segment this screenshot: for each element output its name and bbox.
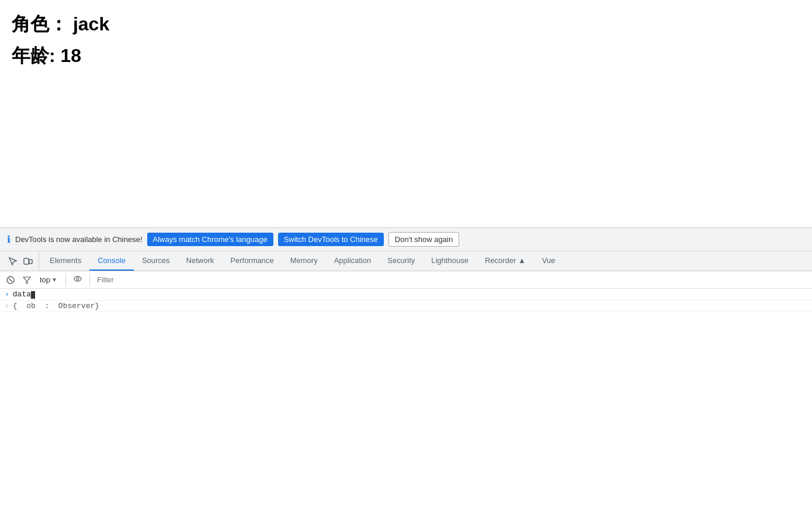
tab-vue-label: Vue [542, 256, 556, 265]
console-output: › data ‹ { ob : Observer} [0, 289, 812, 508]
device-toolbar-icon[interactable] [21, 255, 35, 267]
console-input-text: data [13, 290, 35, 299]
role-line: 角色： jack [12, 12, 800, 37]
tab-network-label: Network [186, 256, 214, 265]
toolbar-divider [65, 275, 66, 285]
devtools-tabs: Elements Console Sources Network Perform… [0, 251, 812, 271]
tab-console[interactable]: Console [89, 251, 134, 271]
filter-input[interactable] [95, 274, 808, 285]
dont-show-again-button[interactable]: Don't show again [388, 232, 459, 247]
tab-vue[interactable]: Vue [534, 251, 564, 271]
svg-rect-0 [24, 258, 29, 264]
tab-network[interactable]: Network [178, 251, 223, 271]
tab-application[interactable]: Application [326, 251, 380, 271]
filter-icon[interactable] [20, 274, 34, 286]
console-input-line: › data [0, 289, 812, 300]
top-frame-label: top [40, 275, 50, 284]
tab-performance-label: Performance [230, 256, 273, 265]
tab-console-label: Console [98, 256, 126, 265]
tab-performance[interactable]: Performance [222, 251, 282, 271]
banner-text: DevTools is now available in Chinese! [15, 235, 143, 244]
top-frame-selector[interactable]: top ▼ [36, 274, 61, 285]
console-toolbar: top ▼ [0, 271, 812, 289]
console-output-text: { ob : Observer} [13, 302, 99, 310]
info-icon: ℹ [7, 234, 11, 245]
age-line: 年龄: 18 [12, 43, 800, 69]
tab-sources[interactable]: Sources [134, 251, 178, 271]
tab-elements-label: Elements [50, 256, 81, 265]
switch-devtools-button[interactable]: Switch DevTools to Chinese [278, 233, 384, 246]
age-value: 18 [61, 45, 82, 66]
devtools-banner: ℹ DevTools is now available in Chinese! … [0, 228, 812, 251]
tab-security[interactable]: Security [379, 251, 423, 271]
page-content: 角色： jack 年龄: 18 [0, 0, 812, 228]
always-match-button[interactable]: Always match Chrome's language [147, 233, 273, 246]
console-prompt-arrow: › [5, 290, 9, 299]
console-output-arrow: ‹ [5, 302, 9, 310]
top-frame-arrow: ▼ [51, 277, 57, 283]
inspect-element-icon[interactable] [6, 255, 20, 267]
tab-application-label: Application [334, 256, 372, 265]
eye-icon[interactable] [71, 273, 85, 286]
tab-icon-group [2, 251, 39, 271]
tab-lighthouse[interactable]: Lighthouse [423, 251, 477, 271]
tab-memory-label: Memory [290, 256, 318, 265]
svg-line-3 [9, 278, 12, 282]
tab-recorder[interactable]: Recorder ▲ [477, 251, 534, 271]
role-value: jack [73, 13, 109, 34]
svg-marker-4 [23, 277, 30, 284]
svg-rect-1 [29, 260, 32, 264]
role-label: 角色： [12, 13, 68, 34]
devtools-panel: ℹ DevTools is now available in Chinese! … [0, 227, 812, 508]
svg-point-6 [77, 278, 79, 280]
tab-memory[interactable]: Memory [282, 251, 326, 271]
tab-security-label: Security [387, 256, 415, 265]
age-label: 年龄: [12, 45, 55, 66]
toolbar-divider-2 [89, 275, 90, 285]
tab-recorder-label: Recorder ▲ [485, 256, 526, 265]
clear-console-icon[interactable] [4, 274, 18, 286]
tab-lighthouse-label: Lighthouse [431, 256, 469, 265]
console-output-line: ‹ { ob : Observer} [0, 300, 812, 312]
cursor-blink [31, 291, 35, 299]
tab-sources-label: Sources [142, 256, 170, 265]
tab-elements[interactable]: Elements [41, 251, 89, 271]
svg-point-5 [74, 277, 81, 281]
